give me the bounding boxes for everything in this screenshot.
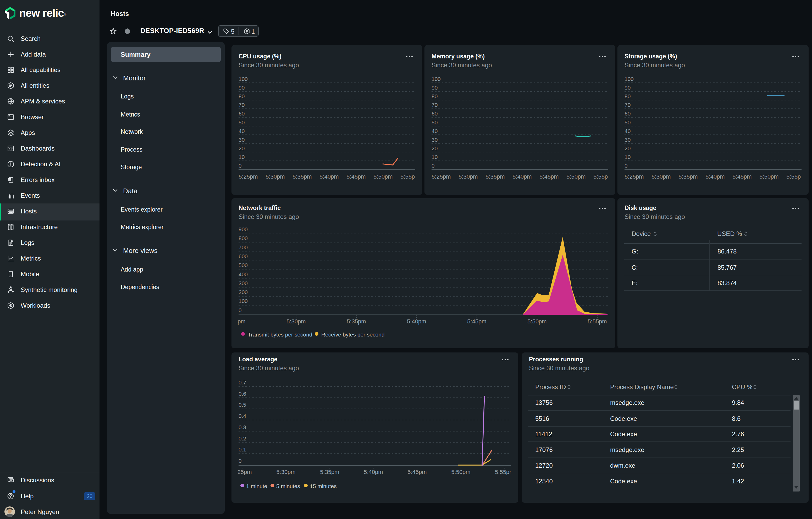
svg-text:5:40pm: 5:40pm xyxy=(513,173,531,180)
svg-text:0.3: 0.3 xyxy=(238,424,246,430)
svg-text:5:35pm: 5:35pm xyxy=(292,173,312,180)
svg-text:100: 100 xyxy=(432,76,441,82)
svg-text:5:30pm: 5:30pm xyxy=(651,173,671,180)
svg-text:5:50pm: 5:50pm xyxy=(759,173,779,180)
svg-text:80: 80 xyxy=(238,93,244,99)
svg-text:5:25pm: 5:25pm xyxy=(238,173,258,180)
svg-text:600: 600 xyxy=(238,253,248,259)
svg-text:20: 20 xyxy=(625,145,631,151)
svg-text:30: 30 xyxy=(625,137,631,143)
svg-text:5:25pm: 5:25pm xyxy=(625,173,644,180)
svg-text:400: 400 xyxy=(238,271,248,277)
svg-text:40: 40 xyxy=(238,128,244,134)
svg-text:5:50pm: 5:50pm xyxy=(373,173,393,180)
svg-text:200: 200 xyxy=(238,289,248,295)
svg-text:70: 70 xyxy=(432,102,438,108)
svg-text:30: 30 xyxy=(432,137,438,143)
svg-text:5:45pm: 5:45pm xyxy=(732,173,752,180)
svg-text:5:35pm: 5:35pm xyxy=(678,173,698,180)
svg-text:5:30pm: 5:30pm xyxy=(276,469,295,475)
svg-text:70: 70 xyxy=(238,102,244,108)
svg-text:800: 800 xyxy=(238,235,248,241)
svg-text:60: 60 xyxy=(432,111,438,117)
svg-text:5:40pm: 5:40pm xyxy=(407,318,426,325)
svg-text:50: 50 xyxy=(432,119,438,125)
svg-text:10: 10 xyxy=(238,154,244,160)
svg-text:80: 80 xyxy=(432,93,438,99)
svg-text:500: 500 xyxy=(238,262,248,268)
svg-text:0: 0 xyxy=(238,458,242,464)
svg-text:5:35pm: 5:35pm xyxy=(347,318,366,325)
svg-text:5:30pm: 5:30pm xyxy=(265,173,285,180)
svg-text:0.2: 0.2 xyxy=(238,435,246,441)
svg-text:900: 900 xyxy=(238,226,248,232)
svg-text:70: 70 xyxy=(625,102,631,108)
svg-text:0.1: 0.1 xyxy=(238,446,246,453)
svg-text:300: 300 xyxy=(238,280,248,286)
svg-text:5:50pm: 5:50pm xyxy=(527,318,547,325)
svg-text:100: 100 xyxy=(238,76,248,82)
svg-text:5:35pm: 5:35pm xyxy=(320,469,339,475)
svg-text:5:45pm: 5:45pm xyxy=(467,318,486,325)
svg-text:5:45pm: 5:45pm xyxy=(346,173,366,180)
svg-text:60: 60 xyxy=(238,111,244,117)
svg-text:5:55pm: 5:55pm xyxy=(593,173,612,180)
svg-text:5:55pm: 5:55pm xyxy=(588,318,607,325)
svg-text:700: 700 xyxy=(238,244,248,250)
svg-text:5:30pm: 5:30pm xyxy=(287,318,306,325)
svg-text:60: 60 xyxy=(625,111,631,117)
svg-text:10: 10 xyxy=(625,154,631,160)
svg-text:5:55pm: 5:55pm xyxy=(400,173,419,180)
svg-text:90: 90 xyxy=(432,85,438,91)
svg-text:5:50pm: 5:50pm xyxy=(451,469,470,475)
svg-text:5:25pm: 5:25pm xyxy=(233,469,252,475)
svg-text:50: 50 xyxy=(625,119,631,125)
svg-text:5:45pm: 5:45pm xyxy=(540,173,558,180)
svg-text:0.5: 0.5 xyxy=(238,402,246,408)
svg-text:90: 90 xyxy=(238,85,244,91)
svg-text:5:40pm: 5:40pm xyxy=(364,469,383,475)
svg-text:5:45pm: 5:45pm xyxy=(407,469,427,475)
svg-text:0.4: 0.4 xyxy=(238,413,246,419)
svg-text:20: 20 xyxy=(238,145,244,151)
svg-text:0: 0 xyxy=(238,307,242,313)
svg-text:5:35pm: 5:35pm xyxy=(486,173,504,180)
svg-text:80: 80 xyxy=(625,93,631,99)
svg-text:50: 50 xyxy=(238,119,244,125)
svg-text:90: 90 xyxy=(625,85,631,91)
svg-text:5:30pm: 5:30pm xyxy=(459,173,477,180)
svg-text:0: 0 xyxy=(432,163,435,169)
svg-text:100: 100 xyxy=(625,76,634,82)
svg-text:5:55pm: 5:55pm xyxy=(786,173,806,180)
svg-text:30: 30 xyxy=(238,137,244,143)
svg-text:0.7: 0.7 xyxy=(238,379,246,385)
svg-text:5:50pm: 5:50pm xyxy=(567,173,585,180)
svg-text:5:40pm: 5:40pm xyxy=(705,173,725,180)
svg-text:5:55pm: 5:55pm xyxy=(495,469,514,475)
svg-text:5:40pm: 5:40pm xyxy=(319,173,339,180)
svg-text:0.6: 0.6 xyxy=(238,391,246,397)
svg-text:5:25pm: 5:25pm xyxy=(231,318,245,325)
svg-text:10: 10 xyxy=(432,154,438,160)
svg-text:40: 40 xyxy=(432,128,438,134)
svg-text:0: 0 xyxy=(625,163,628,169)
svg-text:20: 20 xyxy=(432,145,438,151)
svg-text:5:25pm: 5:25pm xyxy=(432,173,451,180)
svg-text:40: 40 xyxy=(625,128,631,134)
svg-text:100: 100 xyxy=(238,298,248,304)
svg-text:0: 0 xyxy=(238,163,242,169)
